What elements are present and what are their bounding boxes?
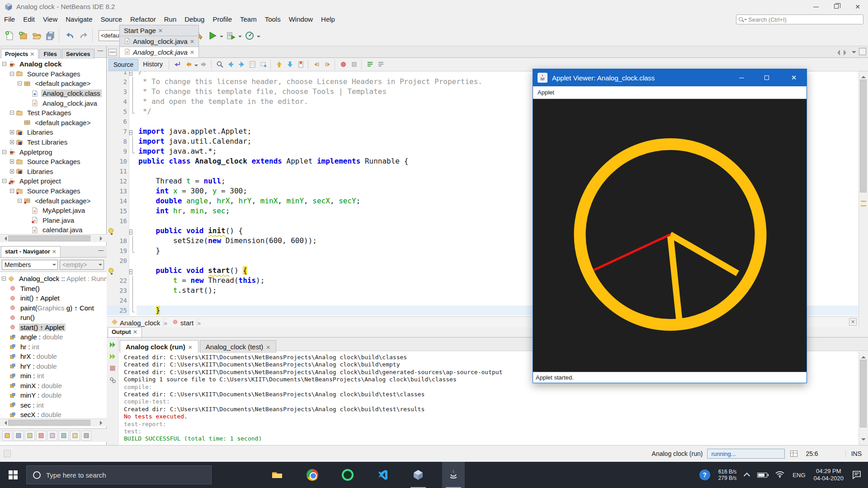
close-icon[interactable]: ✕ bbox=[30, 51, 34, 57]
hidden-icons-chevron[interactable] bbox=[744, 473, 750, 479]
close-icon[interactable]: ✕ bbox=[266, 344, 270, 351]
progress-indicator[interactable]: running... bbox=[707, 449, 785, 459]
uncomment-icon[interactable] bbox=[376, 59, 387, 70]
source-view-button[interactable]: Source bbox=[108, 59, 138, 70]
save-all-button[interactable] bbox=[43, 28, 57, 43]
applet-menu-item[interactable]: Applet bbox=[538, 89, 554, 96]
scrollbar-thumb[interactable] bbox=[860, 360, 867, 427]
close-icon[interactable]: ✕ bbox=[849, 318, 857, 326]
document-list-icon[interactable] bbox=[852, 51, 856, 56]
fold-margin[interactable] bbox=[129, 216, 137, 226]
scroll-right-icon[interactable] bbox=[100, 236, 104, 241]
tree-item[interactable]: −Source Packages bbox=[0, 186, 107, 196]
rerun-debug-button[interactable] bbox=[108, 352, 117, 361]
wifi-icon[interactable] bbox=[775, 471, 784, 479]
navigator-item[interactable]: hrX : double bbox=[0, 352, 107, 361]
undo-button[interactable] bbox=[63, 28, 77, 43]
chevron-down-icon[interactable] bbox=[194, 65, 198, 68]
help-icon[interactable]: ? bbox=[699, 469, 710, 480]
fold-collapse-icon[interactable]: − bbox=[129, 71, 132, 75]
scroll-right-icon[interactable] bbox=[100, 421, 104, 425]
tab-output[interactable]: Output✕ bbox=[108, 327, 142, 337]
language-indicator[interactable]: ENG bbox=[793, 472, 805, 479]
stop-macro-recording-icon[interactable] bbox=[349, 59, 360, 70]
menu-view[interactable]: View bbox=[39, 14, 61, 25]
expand-minus-icon[interactable]: − bbox=[2, 150, 6, 154]
tab-projects[interactable]: Projects✕ bbox=[1, 49, 38, 59]
scrollbar-thumb[interactable] bbox=[8, 235, 90, 241]
previous-bookmark-icon[interactable] bbox=[274, 59, 285, 70]
fold-margin[interactable]: − bbox=[129, 127, 137, 136]
tree-item[interactable]: −Appletprog bbox=[0, 147, 107, 157]
scroll-tabs-left-icon[interactable] bbox=[835, 50, 840, 56]
expand-minus-icon[interactable]: − bbox=[2, 179, 6, 183]
taskbar-app-android-studio[interactable] bbox=[336, 462, 359, 488]
expand-plus-icon[interactable]: + bbox=[10, 140, 14, 144]
chevron-down-icon[interactable] bbox=[220, 36, 223, 39]
chevron-down-icon[interactable] bbox=[238, 36, 242, 39]
scroll-tabs-right-icon[interactable] bbox=[844, 50, 848, 56]
minimize-panel-button[interactable]: — bbox=[98, 249, 104, 254]
tree-item[interactable]: −Applet project bbox=[0, 176, 107, 186]
output-vscrollbar[interactable] bbox=[859, 352, 868, 445]
profile-project-button[interactable] bbox=[243, 28, 256, 43]
new-file-button[interactable] bbox=[3, 28, 16, 43]
taskbar-app-vscode[interactable] bbox=[372, 462, 394, 488]
hint-bulb-icon[interactable] bbox=[108, 268, 113, 273]
close-icon[interactable]: ✕ bbox=[188, 344, 193, 351]
navigator-item[interactable]: minX : double bbox=[0, 381, 107, 391]
breadcrumb-item[interactable]: Analog_clock bbox=[120, 319, 160, 327]
scrollbar-thumb[interactable] bbox=[8, 420, 90, 426]
menu-file[interactable]: File bbox=[0, 14, 19, 25]
taskbar-app-netbeans[interactable] bbox=[407, 462, 429, 488]
scroll-left-icon[interactable] bbox=[2, 236, 7, 241]
scrollbar-thumb[interactable] bbox=[860, 80, 867, 192]
navigator-item[interactable]: init() ↑ Applet bbox=[0, 293, 107, 303]
fold-margin[interactable] bbox=[129, 77, 137, 87]
expand-plus-icon[interactable]: + bbox=[10, 160, 14, 164]
hint-bulb-icon[interactable] bbox=[108, 228, 113, 233]
fold-collapse-icon[interactable]: − bbox=[129, 130, 132, 135]
start-button[interactable] bbox=[0, 462, 26, 488]
stop-button[interactable] bbox=[108, 364, 117, 373]
fold-margin[interactable] bbox=[129, 146, 137, 156]
redo-button[interactable] bbox=[77, 28, 90, 43]
tree-item[interactable]: Analog_clock.class bbox=[0, 89, 107, 99]
fold-margin[interactable] bbox=[129, 136, 137, 146]
tree-item[interactable]: −Analog clock bbox=[0, 59, 107, 69]
close-icon[interactable]: ✕ bbox=[190, 38, 194, 45]
tree-item[interactable]: −Test Packages bbox=[0, 108, 107, 118]
menu-refactor[interactable]: Refactor bbox=[126, 14, 160, 25]
find-previous-icon[interactable] bbox=[226, 59, 236, 70]
breadcrumb-item[interactable]: start bbox=[180, 319, 193, 327]
fold-margin[interactable] bbox=[129, 117, 137, 127]
menu-run[interactable]: Run bbox=[160, 14, 181, 25]
run-project-button[interactable] bbox=[206, 28, 219, 43]
fold-margin[interactable] bbox=[129, 166, 137, 176]
fold-margin[interactable]: − bbox=[129, 266, 137, 276]
history-view-button[interactable]: History bbox=[138, 59, 167, 70]
tab-scroll-button[interactable]: — bbox=[108, 49, 117, 56]
navigator-item[interactable]: minY : double bbox=[0, 390, 107, 400]
menu-profile[interactable]: Profile bbox=[208, 14, 236, 25]
menu-window[interactable]: Window bbox=[285, 14, 317, 25]
ant-settings-button[interactable] bbox=[108, 375, 117, 385]
shift-left-icon[interactable] bbox=[311, 59, 322, 70]
warning-mark[interactable] bbox=[861, 201, 866, 202]
back-icon[interactable] bbox=[183, 59, 194, 70]
minimize-button[interactable] bbox=[729, 69, 754, 86]
last-edit-icon[interactable] bbox=[172, 59, 183, 70]
members-select[interactable]: Members bbox=[2, 260, 58, 270]
battery-icon[interactable] bbox=[757, 473, 767, 478]
fold-margin[interactable] bbox=[129, 305, 137, 315]
tree-item[interactable]: −<default package> bbox=[0, 196, 107, 206]
tree-item[interactable]: Analog_clock.java bbox=[0, 98, 107, 108]
tree-item[interactable]: +Test Libraries bbox=[0, 137, 107, 147]
tree-item[interactable]: <default package> bbox=[0, 118, 107, 128]
tab-files[interactable]: Files bbox=[39, 49, 61, 59]
taskbar-app-file-explorer[interactable] bbox=[266, 462, 288, 488]
close-icon[interactable]: ✕ bbox=[190, 49, 194, 56]
fold-margin[interactable] bbox=[129, 186, 137, 196]
editor-vscrollbar[interactable] bbox=[859, 71, 868, 362]
fold-margin[interactable] bbox=[129, 236, 137, 246]
